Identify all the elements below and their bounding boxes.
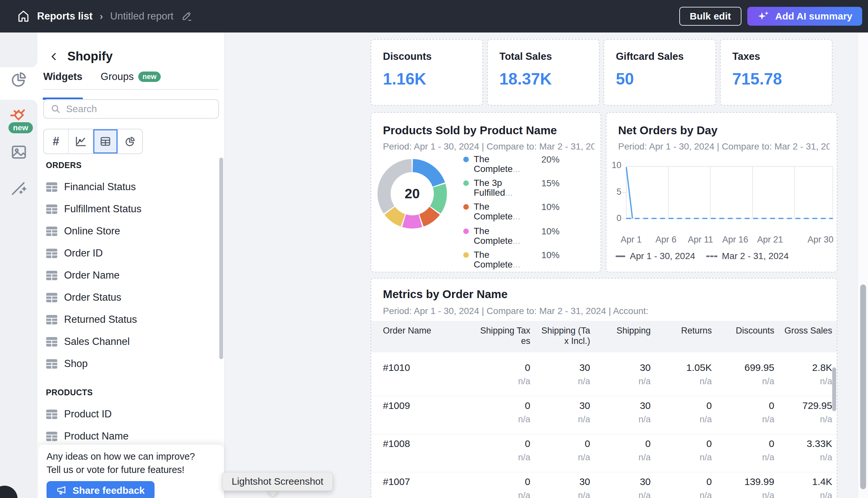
- breadcrumb-reports-list[interactable]: Reports list: [37, 10, 93, 22]
- pie-chart-widget-button[interactable]: [118, 129, 142, 154]
- cell-comparison-value: n/a: [652, 415, 712, 424]
- home-icon[interactable]: [17, 10, 30, 23]
- cell-value: 30: [532, 400, 590, 411]
- cell-comparison-value: n/a: [652, 453, 712, 462]
- legend-label: TheComplete...: [474, 226, 532, 246]
- widget-list-item-label: Fulfillment Status: [64, 203, 141, 215]
- table-widget[interactable]: Metrics by Order Name Period: Apr 1 - 30…: [371, 278, 838, 498]
- cell-comparison-value: n/a: [592, 453, 651, 462]
- cell-value: 2.8K: [770, 362, 832, 373]
- add-ai-summary-button[interactable]: Add AI summary: [747, 7, 862, 26]
- widget-list-item[interactable]: Order Name: [37, 264, 220, 286]
- tab-label: Groups: [101, 71, 134, 82]
- feedback-text-line2: Tell us or vote for future features!: [47, 463, 224, 476]
- series-legend-item: Mar 2 - 31, 2024: [706, 251, 789, 261]
- rail-item-charts[interactable]: [0, 65, 37, 94]
- kpi-value: 715.78: [732, 69, 832, 89]
- legend-percent: 15%: [541, 178, 560, 188]
- cell-comparison-value: n/a: [475, 453, 530, 462]
- cell-value: 0: [475, 400, 530, 411]
- page-scrollbar-thumb[interactable]: [860, 285, 866, 489]
- widget-list-item[interactable]: Product Name: [37, 425, 220, 447]
- legend-color-dot: [463, 252, 469, 258]
- share-feedback-button[interactable]: Share feedback: [47, 481, 154, 498]
- number-widget-button[interactable]: #: [44, 129, 69, 154]
- cell-value: 0: [652, 400, 712, 411]
- cell-value: 30: [532, 362, 590, 373]
- legend-label: The 3pFulfilled...: [474, 178, 532, 198]
- tab-groups[interactable]: Groupsnew: [101, 71, 161, 89]
- rail-item-images[interactable]: [0, 137, 37, 167]
- search-box[interactable]: [43, 99, 219, 119]
- dashed-line-swatch: [706, 255, 717, 257]
- legend-label: TheComplete...: [474, 250, 532, 270]
- rail-item-integrations[interactable]: new: [0, 101, 37, 130]
- edit-report-name-icon[interactable]: [181, 10, 192, 22]
- table-header-row: Order NameShipping TaxesShipping (Tax In…: [371, 321, 837, 352]
- table-scrollbar[interactable]: [832, 367, 836, 411]
- line-chart-legend: Apr 1 - 30, 2024Mar 2 - 31, 2024: [615, 251, 789, 261]
- page-scrollbar-track[interactable]: [858, 32, 868, 498]
- topbar: Reports list › Untitled report Bulk edit…: [0, 0, 868, 32]
- order-name-cell: #1010: [383, 362, 410, 373]
- cell-comparison-value: n/a: [592, 490, 651, 498]
- x-axis-tick: Apr 30: [807, 235, 833, 245]
- series-legend-label: Apr 1 - 30, 2024: [630, 251, 695, 261]
- table-row: #10080n/a0n/a0n/a0n/a0n/a3.33Kn/a: [371, 434, 837, 472]
- order-name-cell: #1008: [383, 438, 410, 449]
- widget-list-item[interactable]: Order Status: [37, 286, 220, 309]
- widget-list-item[interactable]: Sales Channel: [37, 331, 220, 353]
- kpi-card-taxes[interactable]: Taxes715.78: [720, 39, 832, 106]
- column-header: Shipping (Tax Incl.): [532, 325, 590, 346]
- cell-comparison-value: n/a: [770, 490, 832, 498]
- cell-value: 0: [475, 476, 530, 487]
- bulk-edit-button[interactable]: Bulk edit: [679, 7, 741, 26]
- kpi-card-discounts[interactable]: Discounts1.16K: [371, 39, 483, 106]
- widget-list-item[interactable]: Returned Status: [37, 309, 220, 331]
- breadcrumb-report-name[interactable]: Untitled report: [110, 10, 174, 22]
- widget-subtitle: Period: Apr 1 - 30, 2024 | Compare to: M…: [383, 141, 595, 152]
- widget-list-item[interactable]: Product ID: [37, 403, 220, 425]
- y-axis-tick: 5: [607, 187, 622, 197]
- rail-item-magic-tools[interactable]: [0, 173, 37, 202]
- table-widget-icon: [46, 315, 58, 325]
- section-header-orders: ORDERS: [46, 160, 220, 170]
- widget-list-item-label: Shop: [64, 358, 88, 370]
- order-name-cell: #1007: [383, 476, 410, 487]
- cell-comparison-value: n/a: [475, 377, 530, 386]
- widget-list-item-label: Product Name: [64, 430, 128, 442]
- table-row: #10070n/a30n/a30n/a0n/a139.99n/a1.4Kn/a: [371, 472, 837, 498]
- lightshot-tooltip: Lightshot Screenshot: [222, 472, 333, 491]
- widget-list-item[interactable]: Fulfillment Status: [37, 198, 220, 220]
- cell-value: 30: [592, 400, 651, 411]
- back-chevron-icon[interactable]: [49, 52, 59, 62]
- donut-chart-widget[interactable]: Products Sold by Product Name Period: Ap…: [371, 112, 601, 272]
- cell-value: 0: [475, 438, 530, 449]
- widget-list-item-label: Financial Status: [64, 181, 136, 193]
- feedback-text-line1: Any ideas on how we can improve?: [47, 450, 224, 463]
- table-widget-button[interactable]: [93, 129, 118, 154]
- kpi-card-total-sales[interactable]: Total Sales18.37K: [487, 39, 600, 106]
- widget-list-item[interactable]: Shop: [37, 353, 220, 375]
- mini-pie-icon: [124, 135, 136, 147]
- panel-scrollbar[interactable]: [219, 158, 223, 359]
- line-chart-widget[interactable]: Net Orders by Day Period: Apr 1 - 30, 20…: [606, 112, 838, 272]
- x-axis-tick: Apr 16: [722, 235, 748, 245]
- cell-comparison-value: n/a: [713, 377, 774, 386]
- cell-value: 0: [475, 362, 530, 373]
- cell-value: 30: [592, 476, 651, 487]
- x-axis-tick: Apr 21: [757, 235, 783, 245]
- kpi-title: Giftcard Sales: [616, 51, 715, 62]
- widget-list-item[interactable]: Order ID: [37, 242, 220, 264]
- kpi-title: Total Sales: [499, 51, 599, 62]
- cell-comparison-value: n/a: [770, 415, 832, 424]
- kpi-title: Discounts: [383, 51, 483, 62]
- cell-value: 3.33K: [770, 438, 832, 449]
- tab-widgets[interactable]: Widgets: [43, 71, 82, 89]
- search-input[interactable]: [66, 103, 212, 115]
- x-axis-tick: Apr 1: [621, 235, 642, 245]
- widget-list-item[interactable]: Financial Status: [37, 176, 220, 198]
- widget-list-item[interactable]: Online Store: [37, 220, 220, 242]
- line-chart-widget-button[interactable]: [69, 129, 93, 154]
- kpi-card-giftcard-sales[interactable]: Giftcard Sales50: [603, 39, 716, 106]
